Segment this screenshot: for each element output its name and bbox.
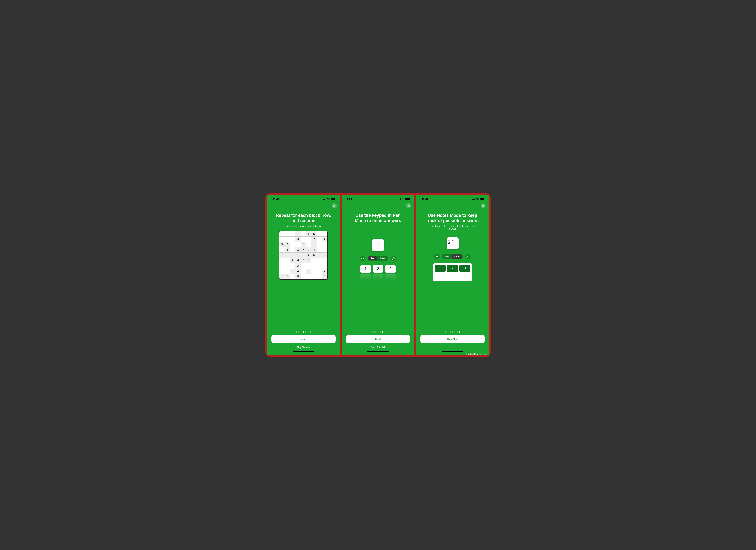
- sudoku-cell: 2: [306, 247, 311, 253]
- close-button[interactable]: [332, 203, 337, 208]
- sudoku-cell: [311, 258, 317, 263]
- status-time: 09:41: [272, 198, 279, 201]
- page-dot: [296, 331, 297, 333]
- sudoku-cell: 2: [285, 253, 290, 258]
- signal-icon: [323, 198, 326, 200]
- sudoku-cell: 1: [295, 253, 301, 258]
- pen-mode-option[interactable]: Pen: [368, 256, 377, 260]
- sudoku-cell: [279, 258, 285, 263]
- mode-segment[interactable]: Pen Notes: [442, 254, 463, 259]
- sudoku-cell: [285, 258, 290, 263]
- sudoku-cell: [317, 274, 322, 279]
- sudoku-cell: [317, 231, 322, 237]
- key-4: 4: [360, 274, 371, 282]
- sudoku-cell: 2: [311, 237, 317, 242]
- close-button[interactable]: [406, 203, 411, 208]
- page-dot: [384, 331, 385, 333]
- sudoku-cell: 1: [311, 242, 317, 247]
- close-button[interactable]: [481, 203, 486, 208]
- undo-button[interactable]: [434, 254, 440, 259]
- sudoku-cell: 7: [279, 253, 285, 258]
- next-button[interactable]: Next: [346, 335, 410, 343]
- keypad-toolbar: Pen Notes: [360, 256, 396, 261]
- battery-icon: [405, 198, 410, 200]
- notes-keypad-row-1: 1 2 3: [435, 265, 470, 272]
- sudoku-cell: 7: [322, 274, 327, 279]
- page-dot: [382, 331, 383, 333]
- page-dot: [447, 331, 448, 333]
- sudoku-cell: 5: [317, 253, 322, 258]
- triptych-frame: 09:41 Repeat for each block, row, and co…: [265, 193, 491, 357]
- bottom-controls: Play Now: [416, 328, 489, 355]
- wifi-icon: [327, 198, 330, 201]
- tutorial-screen-1: 09:41 Repeat for each block, row, and co…: [267, 195, 340, 355]
- signal-icon: [473, 198, 476, 200]
- page-dots: [445, 331, 460, 333]
- sudoku-cell: 3: [290, 253, 295, 258]
- sudoku-cell: [295, 242, 301, 247]
- sudoku-cell: 4: [306, 253, 311, 258]
- note-key-1[interactable]: 1: [435, 265, 446, 272]
- sudoku-cell: 4: [285, 242, 290, 247]
- tutorial-content: Use the keypad in Pen Mode to enter answ…: [342, 202, 414, 328]
- notes-mode-option[interactable]: Notes: [451, 254, 462, 259]
- page-dot: [301, 331, 302, 333]
- sudoku-cell: 7: [295, 231, 301, 237]
- sudoku-cell: [290, 242, 295, 247]
- keypad-row-1: 1 2 3: [360, 265, 396, 273]
- sudoku-cell: [317, 242, 322, 247]
- sudoku-cell: 1: [285, 247, 290, 253]
- sudoku-cell: 9: [295, 274, 301, 279]
- keypad-row-2-faded: 4 5 6: [360, 274, 396, 282]
- page-dots: [296, 331, 311, 333]
- tutorial-title: Use the keypad in Pen Mode to enter answ…: [350, 213, 406, 223]
- note-key-6: 6: [463, 276, 465, 279]
- next-button[interactable]: Next: [271, 335, 336, 343]
- bottom-controls: Next Skip Tutorial: [342, 328, 414, 355]
- sudoku-cell: [285, 231, 290, 237]
- sudoku-cell: [317, 263, 322, 269]
- tutorial-content: Use Notes Mode to keep track of possible…: [416, 202, 489, 328]
- page-dot: [445, 331, 446, 333]
- sudoku-cell: [279, 237, 285, 242]
- sudoku-cell: 9: [301, 253, 306, 258]
- sudoku-cell: 8: [295, 247, 301, 253]
- status-icons: [473, 198, 484, 201]
- mode-segment[interactable]: Pen Notes: [368, 256, 388, 261]
- wifi-icon: [476, 198, 479, 201]
- sudoku-cell: [290, 231, 295, 237]
- pen-mode-option[interactable]: Pen: [443, 254, 451, 259]
- battery-icon: [480, 198, 484, 200]
- key-6: 6: [385, 274, 396, 282]
- play-now-button[interactable]: Play Now: [420, 335, 485, 343]
- undo-button[interactable]: [360, 256, 365, 261]
- sudoku-cell: [285, 263, 290, 269]
- home-indicator: [442, 351, 463, 352]
- keypad-toolbar: Pen Notes: [434, 254, 471, 259]
- note-key-3[interactable]: 3: [459, 265, 470, 272]
- page-dot: [450, 331, 451, 333]
- skip-tutorial-link[interactable]: Skip Tutorial: [371, 346, 385, 349]
- attribution-text: GadgetHacks.com: [466, 352, 486, 356]
- page-dot: [373, 331, 374, 333]
- key-2[interactable]: 2: [373, 265, 383, 273]
- key-1[interactable]: 1: [360, 265, 371, 273]
- page-dot: [303, 331, 304, 333]
- sudoku-cell: 6: [295, 258, 301, 263]
- page-dot: [310, 331, 311, 333]
- skip-tutorial-link[interactable]: Skip Tutorial: [296, 346, 310, 349]
- erase-button[interactable]: [391, 256, 396, 261]
- sudoku-cell: 5: [290, 269, 295, 274]
- tutorial-subtitle: Each puzzle has only one solution.: [286, 225, 321, 227]
- notes-mode-option[interactable]: Notes: [377, 256, 388, 260]
- selected-cell-preview: 1: [372, 239, 384, 251]
- sudoku-cell: [317, 258, 322, 263]
- page-dot: [377, 331, 379, 333]
- key-3[interactable]: 3: [385, 265, 396, 273]
- sudoku-cell: 4: [322, 237, 327, 242]
- status-icons: [323, 198, 335, 201]
- note-key-2[interactable]: 2: [447, 265, 458, 272]
- sudoku-cell: [279, 269, 285, 274]
- sudoku-cell: [290, 263, 295, 269]
- erase-button[interactable]: [465, 254, 471, 259]
